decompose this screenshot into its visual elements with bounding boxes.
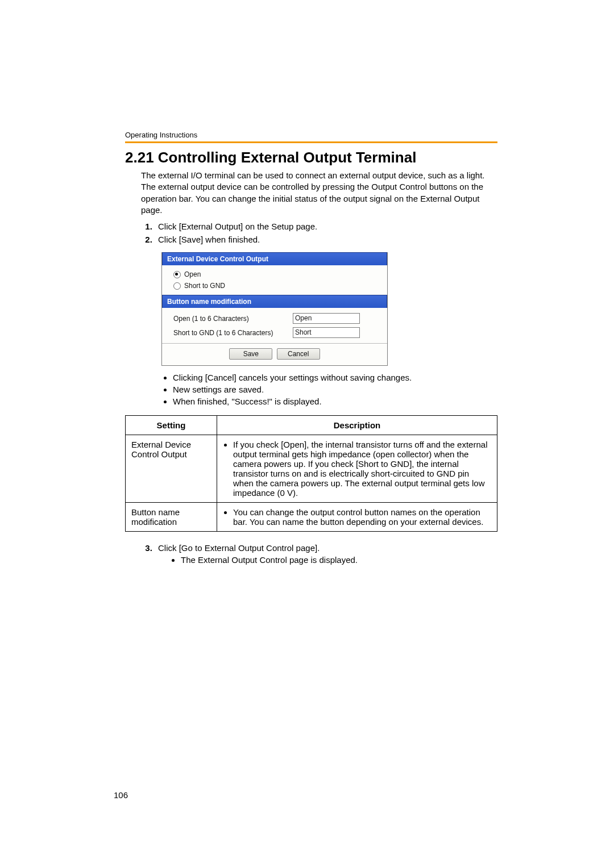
radio-row-open[interactable]: Open bbox=[173, 269, 381, 280]
save-button[interactable]: Save bbox=[229, 348, 272, 360]
input-open-name[interactable]: Open bbox=[293, 313, 360, 324]
radio-short-icon[interactable] bbox=[173, 282, 181, 290]
step-3-block: Click [Go to External Output Control pag… bbox=[141, 543, 497, 565]
cancel-button[interactable]: Cancel bbox=[277, 348, 320, 360]
table-row: External Device Control Output If you ch… bbox=[126, 435, 497, 503]
note-3: When finished, "Success!" is displayed. bbox=[173, 397, 497, 406]
cell-desc-0: If you check [Open], the internal transi… bbox=[217, 435, 497, 503]
step-2: Click [Save] when finished. bbox=[155, 235, 497, 244]
col-header-description: Description bbox=[217, 416, 497, 435]
table-row: Button name modification You can change … bbox=[126, 503, 497, 532]
settings-header-row: Setting Description bbox=[126, 416, 497, 435]
row-open-name: Open (1 to 6 Characters) Open bbox=[173, 311, 381, 326]
steps-1-2: Click [External Output] on the Setup pag… bbox=[141, 222, 497, 244]
cell-desc-0-text: If you check [Open], the internal transi… bbox=[233, 440, 491, 498]
row-open-label: Open (1 to 6 Characters) bbox=[173, 315, 293, 323]
dialog-footer: Save Cancel bbox=[162, 343, 387, 365]
step-3-text: Click [Go to External Output Control pag… bbox=[158, 543, 320, 553]
note-2: New settings are saved. bbox=[173, 385, 497, 394]
settings-table: Setting Description External Device Cont… bbox=[125, 415, 497, 532]
page-title: 2.21 Controlling External Output Termina… bbox=[125, 149, 497, 166]
step-3-sub: The External Output Control page is disp… bbox=[181, 555, 497, 565]
document-page: Operating Instructions 2.21 Controlling … bbox=[0, 0, 614, 868]
col-header-setting: Setting bbox=[126, 416, 217, 435]
page-number: 106 bbox=[114, 790, 128, 800]
input-short-name[interactable]: Short bbox=[293, 327, 360, 338]
external-output-dialog: External Device Control Output Open Shor… bbox=[161, 252, 388, 366]
step-1: Click [External Output] on the Setup pag… bbox=[155, 222, 497, 231]
running-header: Operating Instructions bbox=[125, 131, 497, 139]
dialog-header-control-output: External Device Control Output bbox=[162, 252, 387, 265]
radio-row-short[interactable]: Short to GND bbox=[173, 280, 381, 291]
button-name-body: Open (1 to 6 Characters) Open Short to G… bbox=[162, 308, 387, 343]
step-3: Click [Go to External Output Control pag… bbox=[155, 543, 497, 565]
cell-desc-1: You can change the output control button… bbox=[217, 503, 497, 532]
cell-setting-1: Button name modification bbox=[126, 503, 217, 532]
row-short-label: Short to GND (1 to 6 Characters) bbox=[173, 329, 293, 337]
header-rule bbox=[125, 141, 497, 143]
radio-short-label: Short to GND bbox=[184, 282, 225, 290]
dialog-header-button-name: Button name modification bbox=[162, 295, 387, 308]
intro-paragraph: The external I/O terminal can be used to… bbox=[141, 170, 497, 216]
control-output-body: Open Short to GND bbox=[162, 265, 387, 295]
cell-setting-0: External Device Control Output bbox=[126, 435, 217, 503]
note-1: Clicking [Cancel] cancels your settings … bbox=[173, 373, 497, 382]
cell-desc-1-text: You can change the output control button… bbox=[233, 507, 491, 527]
row-short-name: Short to GND (1 to 6 Characters) Short bbox=[173, 326, 381, 340]
radio-open-icon[interactable] bbox=[173, 271, 181, 278]
notes-list: Clicking [Cancel] cancels your settings … bbox=[161, 373, 497, 406]
radio-open-label: Open bbox=[184, 270, 201, 278]
